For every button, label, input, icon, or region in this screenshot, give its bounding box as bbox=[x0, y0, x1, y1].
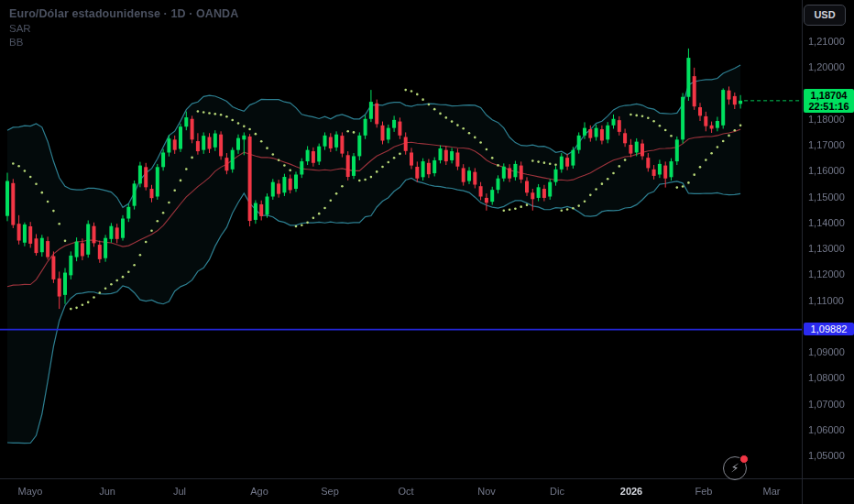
price-axis-label: 1,16000 bbox=[808, 165, 845, 176]
time-axis-label: Ago bbox=[250, 486, 268, 497]
time-axis-label: Dic bbox=[550, 486, 564, 497]
trading-chart-app: Euro/Dólar estadounidense · 1D · OANDA S… bbox=[0, 0, 854, 504]
time-axis[interactable]: MayoJunJulAgoSepOctNovDic2026FebMar bbox=[0, 479, 802, 504]
time-axis-label: Mayo bbox=[18, 486, 43, 497]
price-axis-label: 1,09000 bbox=[808, 346, 845, 357]
currency-toggle-button[interactable]: USD bbox=[804, 5, 846, 26]
indicator-label-sar[interactable]: SAR bbox=[9, 23, 238, 34]
price-axis-label: 1,06000 bbox=[808, 424, 845, 435]
lightning-icon: ⚡ bbox=[730, 461, 739, 475]
price-axis-label: 1,20000 bbox=[808, 61, 845, 72]
time-axis-label: 2026 bbox=[620, 486, 642, 497]
price-axis-label: 1,11000 bbox=[808, 295, 844, 306]
symbol-title[interactable]: Euro/Dólar estadounidense · 1D · OANDA bbox=[9, 7, 238, 20]
last-price-value: 1,18704 bbox=[804, 90, 854, 101]
alert-price-badge[interactable]: 1,09882 bbox=[804, 323, 854, 335]
indicator-label-bb[interactable]: BB bbox=[9, 37, 238, 48]
time-axis-label: Jun bbox=[99, 486, 115, 497]
price-axis-label: 1,07000 bbox=[808, 399, 845, 410]
price-axis-label: 1,15000 bbox=[808, 192, 845, 203]
market-status-icon[interactable]: ⚡ bbox=[723, 456, 747, 480]
time-axis-label: Nov bbox=[477, 486, 496, 497]
time-axis-label: Mar bbox=[763, 486, 781, 497]
price-axis-label: 1,05000 bbox=[808, 450, 845, 461]
time-axis-label: Sep bbox=[321, 486, 339, 497]
alert-price-value: 1,09882 bbox=[804, 323, 854, 334]
price-axis-label: 1,17000 bbox=[808, 139, 845, 150]
bar-countdown: 22:51:16 bbox=[804, 101, 854, 112]
price-axis-label: 1,14000 bbox=[808, 217, 845, 228]
last-price-badge[interactable]: 1,18704 22:51:16 bbox=[804, 89, 854, 113]
price-axis-label: 1,18000 bbox=[808, 114, 845, 125]
candlestick-chart-canvas[interactable] bbox=[0, 0, 854, 504]
price-axis[interactable]: 1,210001,200001,190001,180001,170001,160… bbox=[803, 0, 854, 478]
price-axis-label: 1,21000 bbox=[808, 36, 845, 47]
notification-dot-icon bbox=[739, 455, 749, 464]
price-axis-label: 1,08000 bbox=[808, 372, 845, 383]
time-axis-label: Feb bbox=[695, 486, 713, 497]
chart-legend: Euro/Dólar estadounidense · 1D · OANDA S… bbox=[9, 7, 238, 48]
time-axis-label: Oct bbox=[398, 486, 413, 497]
price-axis-label: 1,12000 bbox=[808, 268, 845, 279]
time-axis-label: Jul bbox=[173, 486, 186, 497]
price-axis-label: 1,13000 bbox=[808, 243, 845, 254]
